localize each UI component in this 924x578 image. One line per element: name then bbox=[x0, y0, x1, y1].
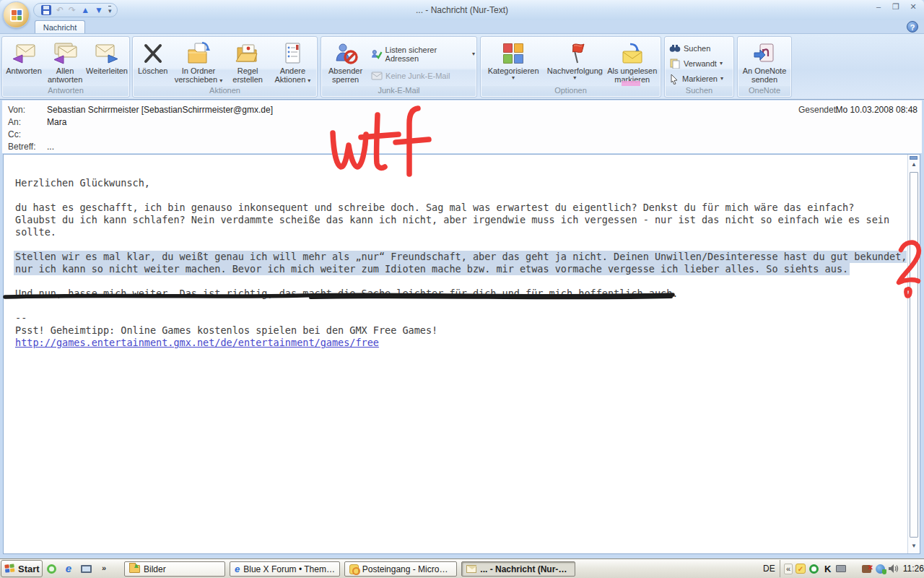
body-line bbox=[15, 275, 904, 288]
sent-label: Gesendet: bbox=[798, 105, 838, 115]
tray-display-icon[interactable] bbox=[836, 563, 847, 574]
tray-collapse-icon[interactable]: « bbox=[784, 564, 793, 574]
block-sender-button[interactable]: Absender sperren bbox=[323, 38, 368, 86]
outlook-icon bbox=[349, 564, 359, 574]
quicklaunch-green-app-icon[interactable] bbox=[45, 562, 58, 575]
find-button[interactable]: Suchen bbox=[666, 41, 732, 55]
task-blue-x-forum[interactable]: e Blue X Forum • Thema an... bbox=[230, 561, 340, 577]
dropdown-arrow-icon: ▾ bbox=[573, 75, 576, 81]
body-line bbox=[15, 189, 904, 202]
titlebar: ↶ ↷ ▲ ▼ ▾ ... - Nachricht (Nur-Text) – ❐… bbox=[0, 0, 924, 20]
vertical-scrollbar[interactable]: ▲ ▼ bbox=[907, 155, 920, 553]
task-nachricht-active[interactable]: ... - Nachricht (Nur-Te... bbox=[461, 561, 575, 577]
start-button[interactable]: Start bbox=[1, 560, 43, 577]
window-title: ... - Nachricht (Nur-Text) bbox=[0, 5, 924, 15]
red-flag-icon bbox=[564, 40, 585, 66]
ribbon-tab-row: Nachricht ? bbox=[0, 20, 924, 33]
tab-nachricht[interactable]: Nachricht bbox=[35, 20, 85, 34]
tray-volume-icon[interactable] bbox=[888, 563, 899, 574]
related-documents-icon bbox=[669, 59, 681, 69]
onenote-icon bbox=[753, 40, 776, 66]
message-body: Herzlichen Glückwunsch, du hast es gesch… bbox=[3, 154, 920, 554]
language-indicator[interactable]: DE bbox=[763, 564, 775, 574]
send-to-onenote-button[interactable]: An OneNote senden bbox=[739, 38, 790, 86]
subject-label: Betreff: bbox=[8, 142, 35, 152]
dropdown-arrow-icon: ▾ bbox=[720, 76, 723, 82]
office-logo-icon bbox=[10, 9, 23, 22]
other-actions-button[interactable]: Andere Aktionen ▾ bbox=[270, 38, 315, 86]
document-actions-icon bbox=[282, 40, 303, 66]
body-text: Herzlichen Glückwunsch, du hast es gesch… bbox=[4, 155, 907, 553]
create-rule-button[interactable]: Regel erstellen bbox=[226, 38, 270, 86]
binoculars-icon bbox=[669, 43, 681, 53]
quicklaunch-internet-explorer-icon[interactable]: e bbox=[62, 562, 75, 575]
blocked-person-icon bbox=[334, 40, 358, 66]
splitter-handle[interactable] bbox=[910, 156, 918, 160]
internet-explorer-icon: e bbox=[235, 564, 240, 574]
follow-up-button[interactable]: Nachverfolgung ▾ bbox=[544, 38, 605, 86]
tray-clock: 11:26 bbox=[903, 564, 924, 574]
categorize-button[interactable]: Kategorisieren ▾ bbox=[482, 38, 544, 86]
not-junk-button[interactable]: Keine Junk-E-Mail bbox=[368, 69, 475, 83]
to-value: Mara bbox=[47, 117, 66, 127]
reply-envelope-icon bbox=[12, 40, 36, 66]
reply-all-button[interactable]: Allen antworten bbox=[44, 38, 86, 86]
task-posteingang[interactable]: Posteingang - Microsoft ... bbox=[344, 561, 457, 577]
ribbon: Antworten Allen antworten Weiterleiten A… bbox=[0, 33, 924, 100]
signature-line: Psst! Geheimtipp: Online Games kostenlos… bbox=[15, 324, 904, 337]
forward-envelope-icon bbox=[95, 40, 119, 66]
ribbon-group-antworten: Antworten Allen antworten Weiterleiten A… bbox=[1, 36, 130, 98]
to-label: An: bbox=[8, 117, 21, 127]
help-icon[interactable]: ? bbox=[907, 21, 918, 33]
tray-antivirus-icon[interactable] bbox=[808, 563, 820, 574]
subject-value: ... bbox=[47, 142, 54, 152]
folder-icon bbox=[129, 565, 140, 573]
office-button[interactable] bbox=[3, 1, 30, 28]
rule-folder-icon bbox=[235, 40, 260, 66]
gmx-games-link[interactable]: http://games.entertainment.gmx.net/de/en… bbox=[15, 337, 904, 349]
selected-text-line: nur ich kann so nicht weiter machen. Bev… bbox=[14, 263, 850, 275]
ribbon-group-optionen: Kategorisieren ▾ Nachverfolgung ▾ Als un… bbox=[480, 36, 661, 98]
quicklaunch-overflow-icon[interactable]: » bbox=[102, 564, 106, 572]
related-button[interactable]: Verwandt ▾ bbox=[666, 56, 732, 70]
tray-kaspersky-icon[interactable]: K bbox=[822, 563, 834, 574]
outlook-message-window: ↶ ↷ ▲ ▼ ▾ ... - Nachricht (Nur-Text) – ❐… bbox=[0, 0, 924, 558]
dropdown-arrow-icon: ▾ bbox=[219, 77, 222, 84]
system-tray: « ✓ K 11:26 bbox=[780, 560, 924, 577]
tray-network-unplugged-icon[interactable] bbox=[860, 563, 872, 574]
cc-label: Cc: bbox=[8, 129, 21, 139]
safe-lists-button[interactable]: Listen sicherer Adressen ▾ bbox=[368, 47, 475, 61]
tray-reminder-icon[interactable]: ✓ bbox=[795, 563, 806, 574]
scrollbar-thumb[interactable] bbox=[910, 172, 918, 538]
move-to-folder-button[interactable]: In Ordner verschieben ▾ bbox=[171, 38, 225, 86]
dropdown-arrow-icon: ▾ bbox=[512, 75, 515, 81]
dropdown-arrow-icon: ▾ bbox=[720, 61, 723, 66]
dropdown-arrow-icon: ▾ bbox=[472, 51, 475, 57]
tray-network-globe-icon[interactable] bbox=[874, 563, 886, 574]
restore-button[interactable]: ❐ bbox=[891, 2, 901, 12]
message-header: Von: Sebastian Schirrmeister [SebastianS… bbox=[2, 100, 922, 153]
body-line: du hast es geschafft, ich bin genauso in… bbox=[15, 202, 904, 214]
quicklaunch-show-desktop-icon[interactable] bbox=[79, 562, 92, 575]
signature-separator: -- bbox=[15, 312, 904, 324]
task-bilder[interactable]: Bilder bbox=[124, 561, 225, 577]
selected-text-line: Stellen wir es mal klar, du weißt genau … bbox=[14, 251, 907, 263]
ribbon-group-suchen: Suchen Verwandt ▾ Markieren ▾ Suchen bbox=[664, 36, 734, 98]
select-button[interactable]: Markieren ▾ bbox=[666, 72, 732, 86]
scroll-up-icon[interactable]: ▲ bbox=[910, 161, 918, 168]
folder-move-icon bbox=[186, 40, 211, 66]
delete-button[interactable]: Löschen bbox=[134, 38, 171, 86]
struck-text-line: Und nun, hasse mich weiter. Das ist rich… bbox=[15, 288, 904, 300]
from-label: Von: bbox=[8, 105, 25, 115]
close-button[interactable]: ✕ bbox=[908, 2, 918, 12]
minimize-button[interactable]: – bbox=[873, 2, 884, 12]
not-junk-envelope-icon bbox=[371, 72, 383, 80]
scroll-down-icon[interactable]: ▼ bbox=[910, 543, 918, 550]
forward-button[interactable]: Weiterleiten bbox=[86, 38, 128, 86]
safe-person-icon bbox=[371, 49, 382, 60]
body-line: sollte. bbox=[15, 226, 904, 238]
mark-unread-button[interactable]: Als ungelesen markieren bbox=[606, 38, 659, 86]
body-line bbox=[15, 238, 904, 251]
reply-button[interactable]: Antworten bbox=[4, 38, 44, 86]
taskbar: Start e » Bilder e Blue X Forum • Thema … bbox=[0, 558, 924, 578]
